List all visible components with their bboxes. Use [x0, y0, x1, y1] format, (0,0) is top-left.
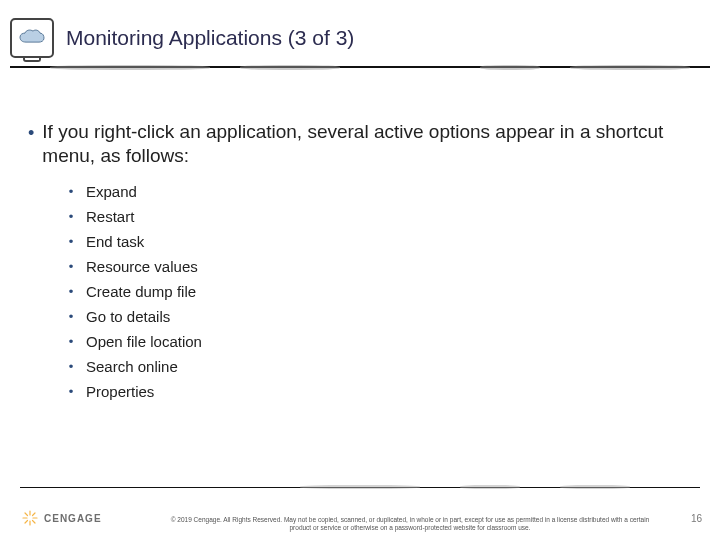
option-label: Properties — [86, 383, 154, 400]
option-label: End task — [86, 233, 144, 250]
svg-line-7 — [25, 521, 28, 524]
list-item: •Restart — [64, 208, 692, 225]
title-row: Monitoring Applications (3 of 3) — [0, 18, 720, 58]
cloud-icon — [18, 28, 46, 46]
slide-header: Monitoring Applications (3 of 3) — [0, 0, 720, 72]
footer-divider — [20, 486, 700, 490]
brand-logo: CENGAGE — [22, 510, 102, 526]
list-item: •Open file location — [64, 333, 692, 350]
slide-footer: CENGAGE © 2019 Cengage. All Rights Reser… — [0, 486, 720, 540]
bullet-icon: • — [64, 184, 78, 199]
brand-name: CENGAGE — [44, 513, 102, 524]
bullet-icon: • — [64, 384, 78, 399]
list-item: •Expand — [64, 183, 692, 200]
list-item: •Go to details — [64, 308, 692, 325]
svg-line-4 — [25, 513, 28, 516]
bullet-icon: • — [28, 121, 34, 145]
bullet-icon: • — [64, 234, 78, 249]
main-bullet: • If you right-click an application, sev… — [28, 120, 692, 169]
svg-line-5 — [33, 521, 36, 524]
slide-body: • If you right-click an application, sev… — [0, 72, 720, 400]
slide-title: Monitoring Applications (3 of 3) — [66, 26, 354, 50]
option-label: Search online — [86, 358, 178, 375]
options-list: •Expand •Restart •End task •Resource val… — [64, 183, 692, 400]
list-item: •Properties — [64, 383, 692, 400]
svg-line-6 — [33, 513, 36, 516]
bullet-icon: • — [64, 209, 78, 224]
slide: Monitoring Applications (3 of 3) • If yo… — [0, 0, 720, 540]
option-label: Resource values — [86, 258, 198, 275]
bullet-icon: • — [64, 334, 78, 349]
page-number: 16 — [691, 513, 702, 524]
list-item: •Create dump file — [64, 283, 692, 300]
title-divider — [10, 66, 710, 70]
list-item: •Resource values — [64, 258, 692, 275]
option-label: Restart — [86, 208, 134, 225]
bullet-icon: • — [64, 359, 78, 374]
bullet-icon: • — [64, 284, 78, 299]
option-label: Open file location — [86, 333, 202, 350]
main-bullet-text: If you right-click an application, sever… — [42, 120, 692, 169]
list-item: •End task — [64, 233, 692, 250]
option-label: Create dump file — [86, 283, 196, 300]
burst-icon — [22, 510, 38, 526]
copyright-text: © 2019 Cengage. All Rights Reserved. May… — [160, 516, 660, 532]
option-label: Expand — [86, 183, 137, 200]
option-label: Go to details — [86, 308, 170, 325]
bullet-icon: • — [64, 309, 78, 324]
cloud-monitor-icon — [10, 18, 54, 58]
list-item: •Search online — [64, 358, 692, 375]
bullet-icon: • — [64, 259, 78, 274]
